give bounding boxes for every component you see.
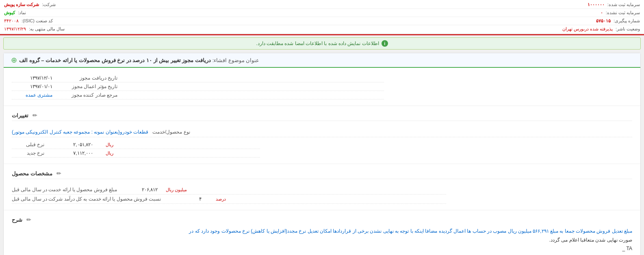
changes-header: ✏ تغییرات	[12, 112, 632, 121]
meta-row-2: مرجع صادر کننده مجوز مشتری عمده	[12, 91, 384, 99]
page-title: عنوان موضوع افشاء: دریافت مجوز تغییر بیش…	[19, 57, 260, 63]
changes-title: تغییرات	[12, 112, 28, 119]
meta-label-2: مرجع صادر کننده مجوز	[61, 92, 117, 98]
price-value-1: ۷,۱۱۲,۰۰۰	[44, 150, 93, 156]
desc-edit-icon: ✏	[25, 216, 31, 223]
fiscal-year-value: ۱۳۹۷/۱۲/۲۹	[4, 26, 26, 31]
product-specs-section: ✏ مشخصات محصول میلیون ریال ۲۰۶,۸۱۲ مبلغ …	[4, 164, 640, 210]
description-section: ✏ شرح مبلغ تعدیل فروش محصولات جمعا به مب…	[4, 210, 640, 255]
meta-row-1: تاریخ مؤثر اعمال مجوز ۱۳۹۷/۰۱/۰۱	[12, 82, 384, 91]
page-title-bar: عنوان موضوع افشاء: دریافت مجوز تغییر بیش…	[4, 53, 640, 68]
price-row-0: ریال ۲,۰۵۱,۸۲۰ نرخ قبلی	[12, 140, 260, 149]
isic-value: ۳۴۲۰۰۸	[4, 18, 19, 23]
status-item: وضعیت ناشر: پذیرفته شده دربورس تهران	[562, 26, 640, 32]
price-label-0: نرخ قبلی	[12, 142, 44, 147]
symbol-label: نماد:	[18, 10, 26, 15]
company-label: شرکت:	[42, 2, 56, 7]
price-label-1: نرخ جدید	[12, 150, 44, 156]
meta-label-0: تاریخ دریافت مجوز	[61, 75, 117, 81]
page-title-icon: ⊕	[10, 56, 17, 64]
specs-label-0: مبلغ فروش محصول یا ارائه خدمت در سال مال…	[12, 187, 117, 192]
registered-capital-value: ۱۰۰۰۰۰۰	[588, 2, 605, 7]
changes-edit-icon: ✏	[31, 112, 37, 119]
specs-label-1: نسبت فروش محصول یا ارائه خدمت به کل درآم…	[12, 196, 161, 202]
meta-section: تاریخ دریافت مجوز ۱۳۹۷/۱۲/۰۱ تاریخ مؤثر …	[4, 68, 640, 106]
meta-value-1: ۱۳۹۷/۰۱/۰۱	[12, 84, 52, 89]
price-unit-1: ریال	[101, 151, 113, 156]
symbol-value: کیوش	[4, 10, 15, 15]
specs-edit-icon: ✏	[55, 170, 61, 177]
non-registered-capital-item: سرمایه ثبت نشده: ۰	[601, 10, 640, 15]
status-label: وضعیت ناشر:	[616, 26, 640, 31]
alert-bar: i اطلاعات نمایش داده شده با اطلاعات امضا…	[3, 37, 641, 50]
page-title-prefix: عنوان موضوع افشاء:	[212, 57, 260, 63]
product-type-row: نوع محصول/خدمت قطعات خودرو(بعنوان نمونه …	[12, 127, 632, 137]
price-row-1: ریال ۷,۱۱۲,۰۰۰ نرخ جدید	[12, 149, 260, 158]
price-value-0: ۲,۰۵۱,۸۲۰	[44, 142, 93, 147]
non-registered-capital-label: سرمایه ثبت نشده:	[606, 10, 640, 15]
desc-link[interactable]: مبلغ تعدیل فروش محصولات جمعا به مبلغ ۵۶۶…	[189, 228, 632, 234]
desc-header: ✏ شرح	[12, 216, 632, 223]
status-value: پذیرفته شده دربورس تهران	[562, 26, 613, 31]
main-container: عنوان موضوع افشاء: دریافت مجوز تغییر بیش…	[3, 53, 641, 255]
meta-label-1: تاریخ مؤثر اعمال مجوز	[61, 84, 117, 89]
desc-title: شرح	[12, 217, 22, 223]
meta-value-0: ۱۳۹۷/۱۲/۰۱	[12, 75, 52, 81]
ta-label: TA _	[622, 246, 632, 251]
price-rows: ریال ۲,۰۵۱,۸۲۰ نرخ قبلی ریال ۷,۱۱۲,۰۰۰ ن…	[12, 140, 632, 158]
registered-capital-item: سرمایه ثبت شده: ۱۰۰۰۰۰۰	[588, 2, 640, 7]
fiscal-year-label: سال مالی منتهی به:	[29, 26, 65, 31]
product-type-value: قطعات خودرو(بعنوان نمونه : مجموعه جعبه ک…	[12, 129, 148, 135]
page-title-main: دریافت مجوز تغییر بیش از ۱۰ درصد در نرخ …	[19, 57, 211, 63]
non-registered-capital-value: ۰	[601, 10, 603, 15]
isic-label: کد صنعت (ISIC):	[22, 18, 53, 23]
symbol-item: نماد: کیوش	[4, 10, 26, 15]
description-text: مبلغ تعدیل فروش محصولات جمعا به مبلغ ۵۶۶…	[12, 227, 632, 253]
specs-value-1: ۴	[161, 196, 202, 202]
alert-text: اطلاعات نمایش داده شده با اطلاعات امضا ش…	[256, 41, 379, 46]
specs-row-1: درصد ۴ نسبت فروش محصول یا ارائه خدمت به …	[12, 194, 446, 204]
isic-item: کد صنعت (ISIC): ۳۴۲۰۰۸	[4, 18, 53, 24]
specs-row-0: میلیون ریال ۲۰۶,۸۱۲ مبلغ فروش محصول یا ا…	[12, 185, 446, 194]
company-value: شرکت سازه پویش	[4, 2, 39, 7]
alert-icon: i	[382, 40, 388, 47]
top-info-bar: سرمایه ثبت شده: ۱۰۰۰۰۰۰ شرکت: شرکت سازه …	[0, 0, 644, 34]
specs-rows: میلیون ریال ۲۰۶,۸۱۲ مبلغ فروش محصول یا ا…	[12, 185, 632, 204]
specs-unit-1: درصد	[210, 197, 226, 202]
top-divider	[0, 34, 644, 35]
meta-table: تاریخ دریافت مجوز ۱۳۹۷/۱۲/۰۱ تاریخ مؤثر …	[12, 74, 632, 99]
tracking-label: شماره پیگیری:	[614, 18, 640, 23]
tracking-value: ۵۷۵۰۱۵	[596, 18, 611, 23]
desc-text-cont: صورت نهایی شدن متعاقبا اعلام می گردد.	[549, 237, 632, 243]
price-unit-0: ریال	[101, 142, 113, 147]
tracking-item: شماره پیگیری: ۵۷۵۰۱۵	[596, 18, 640, 24]
specs-title: مشخصات محصول	[12, 171, 52, 177]
specs-value-0: ۲۰۶,۸۱۲	[117, 187, 158, 192]
changes-section: ✏ تغییرات نوع محصول/خدمت قطعات خودرو(بعن…	[4, 106, 640, 164]
specs-header: ✏ مشخصات محصول	[12, 170, 632, 179]
product-type-label: نوع محصول/خدمت	[152, 129, 190, 135]
fiscal-year-item: سال مالی منتهی به: ۱۳۹۷/۱۲/۲۹	[4, 26, 65, 32]
meta-row-0: تاریخ دریافت مجوز ۱۳۹۷/۱۲/۰۱	[12, 74, 384, 82]
company-item: شرکت: شرکت سازه پویش	[4, 2, 56, 7]
meta-value-2: مشتری عمده	[12, 92, 52, 98]
specs-unit-0: میلیون ریال	[166, 187, 187, 192]
registered-capital-label: سرمایه ثبت شده:	[607, 2, 640, 7]
